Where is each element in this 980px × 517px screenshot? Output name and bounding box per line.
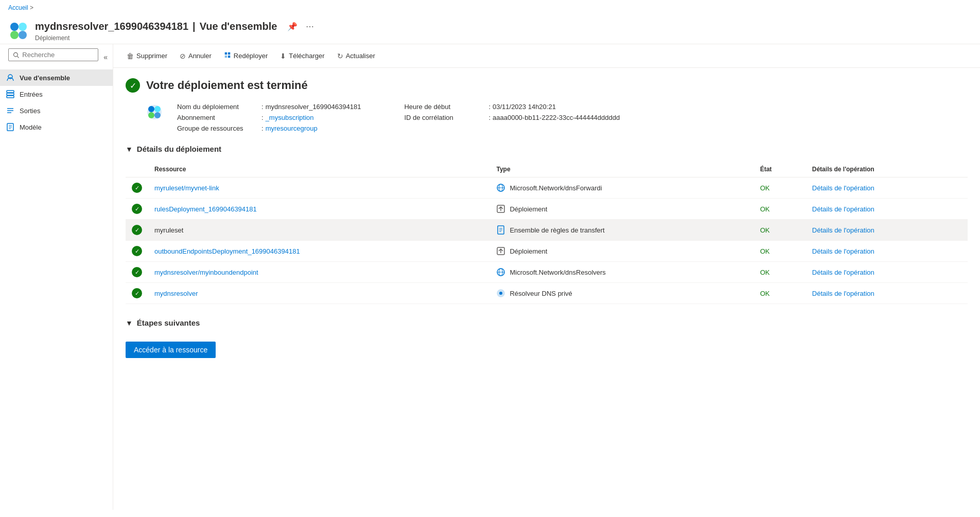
- collapse-button[interactable]: «: [102, 52, 109, 62]
- cancel-button[interactable]: ⊘ Annuler: [174, 49, 217, 63]
- success-header: ✓ Votre déploiement est terminé: [126, 78, 968, 93]
- svg-line-5: [17, 56, 19, 58]
- details-chevron-icon: ▼: [126, 145, 133, 153]
- operation-details-link[interactable]: Détails de l'opération: [812, 226, 874, 234]
- row-ok-icon: ✓: [132, 183, 142, 193]
- state-value: OK: [760, 205, 770, 213]
- operation-details-link[interactable]: Détails de l'opération: [812, 184, 874, 192]
- delete-button[interactable]: 🗑 Supprimer: [121, 49, 172, 63]
- row-status-cell: ✓: [126, 241, 148, 262]
- row-type-cell: Ensemble de règles de transfert: [490, 220, 754, 241]
- resource-link[interactable]: myruleset/myvnet-link: [154, 184, 219, 192]
- search-input[interactable]: [22, 51, 94, 59]
- type-cell-content: Microsoft.Network/dnsResolvers: [496, 268, 747, 277]
- sidebar-item-overview-label: Vue d'ensemble: [20, 74, 70, 82]
- row-resource-cell[interactable]: rulesDeployment_1699046394181: [148, 199, 490, 220]
- row-operation-cell[interactable]: Détails de l'opération: [806, 241, 968, 262]
- sidebar-item-inputs[interactable]: Entrées: [0, 86, 113, 102]
- col-header-operation: Détails de l'opération: [806, 162, 968, 177]
- refresh-button[interactable]: ↻ Actualiser: [332, 49, 380, 63]
- breadcrumb-home[interactable]: Accueil: [8, 4, 28, 11]
- row-ok-icon: ✓: [132, 288, 142, 298]
- subscription-link[interactable]: _mysubscription: [266, 114, 314, 121]
- row-state-cell: OK: [754, 199, 806, 220]
- operation-details-link[interactable]: Détails de l'opération: [812, 269, 874, 276]
- row-operation-cell[interactable]: Détails de l'opération: [806, 177, 968, 199]
- resource-link[interactable]: rulesDeployment_1699046394181: [154, 205, 257, 213]
- resource-link[interactable]: mydnsresolver/myinboundendpoint: [154, 269, 258, 276]
- type-cell-content: Ensemble de règles de transfert: [496, 225, 747, 235]
- deployment-info: Nom du déploiement : mydnsresolver_16990…: [146, 103, 968, 132]
- sidebar-item-model-label: Modèle: [20, 123, 42, 131]
- sidebar-item-inputs-label: Entrées: [20, 91, 43, 98]
- breadcrumb: Accueil >: [0, 0, 980, 15]
- sidebar-item-outputs[interactable]: Sorties: [0, 102, 113, 119]
- svg-point-23: [154, 106, 161, 112]
- table-header-row: Ressource Type État Détails de l'opérati…: [126, 162, 968, 177]
- col-header-type: Type: [490, 162, 754, 177]
- row-operation-cell[interactable]: Détails de l'opération: [806, 220, 968, 241]
- sidebar: « Vue d'ensemble Entrées Sorties Modèle: [0, 44, 113, 510]
- svg-rect-20: [225, 56, 227, 58]
- details-section: ▼ Détails du déploiement Ressource Type …: [126, 145, 968, 304]
- svg-rect-9: [7, 96, 14, 98]
- download-icon: ⬇: [280, 52, 286, 60]
- go-to-resource-button[interactable]: Accéder à la ressource: [126, 342, 216, 358]
- row-ok-icon: ✓: [132, 225, 142, 235]
- network-type-icon: [496, 183, 505, 192]
- row-status-cell: ✓: [126, 220, 148, 241]
- redeploy-button[interactable]: Redéployer: [219, 48, 273, 63]
- resource-group-link[interactable]: myresourcegroup: [266, 124, 318, 132]
- main-content: 🗑 Supprimer ⊘ Annuler Redéployer ⬇ Téléc…: [113, 44, 980, 510]
- row-operation-cell[interactable]: Détails de l'opération: [806, 283, 968, 304]
- row-resource-cell[interactable]: outboundEndpointsDeployment_169904639418…: [148, 241, 490, 262]
- more-button[interactable]: ⋯: [304, 20, 316, 33]
- next-steps-title: Étapes suivantes: [137, 318, 200, 327]
- row-ok-icon: ✓: [132, 246, 142, 256]
- operation-details-link[interactable]: Détails de l'opération: [812, 290, 874, 297]
- state-value: OK: [760, 226, 770, 234]
- breadcrumb-separator: >: [30, 4, 33, 11]
- state-value: OK: [760, 269, 770, 276]
- info-row-correlation-id: ID de corrélation : aaaa0000-bb11-2222-3…: [404, 114, 620, 121]
- deployment-status-icon: [146, 104, 163, 120]
- operation-details-link[interactable]: Détails de l'opération: [812, 247, 874, 255]
- row-resource-cell[interactable]: mydnsresolver: [148, 283, 490, 304]
- state-value: OK: [760, 290, 770, 297]
- type-cell-content: Déploiement: [496, 246, 747, 256]
- sidebar-item-model[interactable]: Modèle: [0, 119, 113, 135]
- svg-rect-7: [7, 91, 14, 93]
- content-area: ✓ Votre déploiement est terminé: [113, 68, 980, 368]
- next-steps-header[interactable]: ▼ Étapes suivantes: [126, 318, 968, 327]
- pin-button[interactable]: 📌: [285, 20, 300, 33]
- network-type-icon: [496, 268, 505, 277]
- info-row-start-time: Heure de début : 03/11/2023 14h20:21: [404, 103, 620, 111]
- search-icon: [13, 51, 19, 59]
- resource-link[interactable]: outboundEndpointsDeployment_169904639418…: [154, 247, 300, 255]
- success-title: Votre déploiement est terminé: [146, 79, 308, 92]
- row-resource-cell[interactable]: mydnsresolver/myinboundendpoint: [148, 262, 490, 283]
- type-cell-content: Microsoft.Network/dnsForwardi: [496, 183, 747, 192]
- state-value: OK: [760, 184, 770, 192]
- resource-link[interactable]: mydnsresolver: [154, 290, 198, 297]
- sidebar-item-outputs-label: Sorties: [20, 107, 40, 115]
- row-operation-cell[interactable]: Détails de l'opération: [806, 199, 968, 220]
- svg-point-39: [499, 292, 502, 295]
- download-button[interactable]: ⬇ Télécharger: [275, 49, 329, 63]
- svg-rect-17: [225, 52, 227, 55]
- svg-point-22: [148, 106, 154, 112]
- next-steps-section: ▼ Étapes suivantes Accéder à la ressourc…: [126, 318, 968, 358]
- row-type-cell: Microsoft.Network/dnsResolvers: [490, 262, 754, 283]
- redeploy-icon: [224, 51, 231, 60]
- type-cell-content: Déploiement: [496, 204, 747, 213]
- refresh-icon: ↻: [337, 52, 343, 60]
- row-status-cell: ✓: [126, 199, 148, 220]
- sidebar-item-overview[interactable]: Vue d'ensemble: [0, 69, 113, 86]
- table-row: ✓rulesDeployment_1699046394181Déploiemen…: [126, 199, 968, 220]
- details-section-header[interactable]: ▼ Détails du déploiement: [126, 145, 968, 153]
- row-resource-cell[interactable]: myruleset/myvnet-link: [148, 177, 490, 199]
- operation-details-link[interactable]: Détails de l'opération: [812, 205, 874, 213]
- search-box[interactable]: [8, 48, 98, 61]
- state-value: OK: [760, 247, 770, 255]
- row-operation-cell[interactable]: Détails de l'opération: [806, 262, 968, 283]
